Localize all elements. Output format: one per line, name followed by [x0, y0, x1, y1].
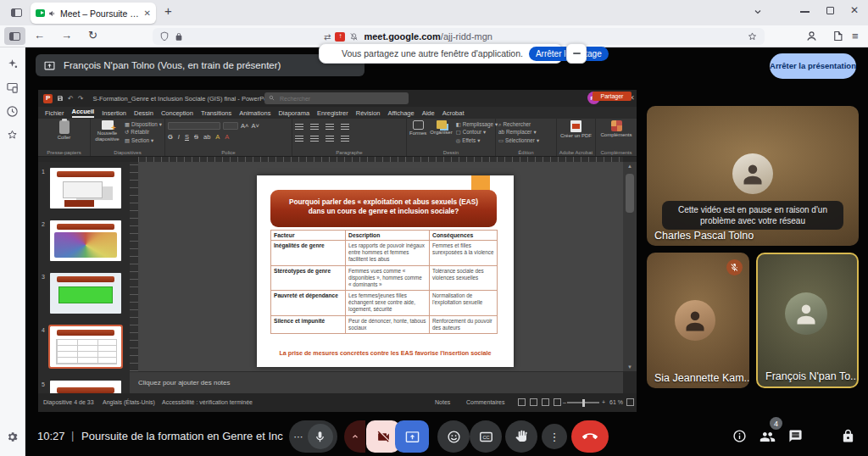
- shrink-font-icon[interactable]: A˅: [251, 122, 259, 130]
- bookmark-star-icon[interactable]: [747, 31, 758, 42]
- fit-to-window-icon[interactable]: [626, 398, 634, 406]
- sidebar-toggle-button[interactable]: [4, 27, 25, 45]
- ppt-vertical-scrollbar[interactable]: ▲ ▼: [623, 162, 637, 371]
- bold-button[interactable]: G: [168, 133, 173, 141]
- bullets-icon[interactable]: [295, 123, 303, 130]
- zoom-out-icon[interactable]: –: [563, 399, 566, 405]
- new-tab-button[interactable]: +: [164, 3, 172, 18]
- italic-button[interactable]: I: [178, 133, 180, 141]
- paste-button[interactable]: Coller: [41, 120, 87, 141]
- section-button[interactable]: ▤ Section ▾: [125, 136, 162, 144]
- window-maximize-button[interactable]: [826, 7, 834, 14]
- more-options-button[interactable]: ⋮: [542, 424, 567, 449]
- line-spacing-icon[interactable]: [341, 123, 349, 130]
- accessibility-status[interactable]: Accessibilité : vérification terminée: [162, 399, 253, 405]
- align-left-icon[interactable]: [295, 135, 303, 142]
- ppt-tab-conception[interactable]: Conception: [161, 109, 193, 117]
- account-icon[interactable]: [805, 30, 818, 42]
- meeting-info-icon[interactable]: [732, 429, 747, 443]
- end-call-button[interactable]: [571, 420, 609, 453]
- font-size-select[interactable]: [223, 122, 238, 130]
- slide-thumbnail-1[interactable]: [50, 168, 121, 209]
- align-center-icon[interactable]: [310, 135, 319, 142]
- people-icon[interactable]: [760, 429, 776, 445]
- slide-thumbnail-4[interactable]: [50, 326, 121, 367]
- highlight-color-button[interactable]: A: [225, 133, 229, 141]
- slide-thumbnail-5[interactable]: [50, 381, 121, 393]
- ppt-tab-diaporama[interactable]: Diaporama: [278, 109, 309, 117]
- language-status[interactable]: Anglais (États-Unis): [103, 399, 155, 405]
- mic-options-icon[interactable]: ⋯: [294, 431, 304, 442]
- shape-fill-button[interactable]: ◧ Remplissage ▾: [456, 120, 498, 128]
- new-slide-button[interactable]: Nouvelle diapositive: [93, 120, 121, 147]
- slideshow-view-icon[interactable]: [554, 398, 561, 406]
- hide-toast-button[interactable]: [566, 43, 587, 64]
- scrollbar-thumb[interactable]: [626, 174, 634, 213]
- ppt-tab-dessin[interactable]: Dessin: [134, 109, 153, 117]
- slide-sorter-view-icon[interactable]: [530, 398, 537, 406]
- ppt-tab-acrobat[interactable]: Acrobat: [442, 109, 465, 117]
- indent-icon[interactable]: [326, 123, 334, 130]
- create-pdf-button[interactable]: Créer un PDF: [559, 120, 593, 139]
- stop-presentation-button[interactable]: Arrêter la présentation: [770, 53, 856, 79]
- save-icon[interactable]: [57, 95, 64, 102]
- ppt-tab-révision[interactable]: Révision: [356, 109, 381, 117]
- url-bar[interactable]: ⇄ ↑ meet.google.com/ajj-ridd-mgn: [153, 28, 765, 45]
- reset-button[interactable]: ↺ Rétablir: [125, 128, 162, 136]
- chat-icon[interactable]: [788, 429, 803, 443]
- host-controls-lock-icon[interactable]: [841, 429, 855, 443]
- font-name-select[interactable]: [168, 122, 220, 130]
- justify-icon[interactable]: [341, 135, 349, 142]
- captions-button[interactable]: CC: [470, 420, 502, 453]
- firefox-view-button[interactable]: [6, 4, 26, 21]
- ppt-tab-insertion[interactable]: Insertion: [102, 109, 126, 117]
- replace-button[interactable]: ab Remplacer ▾: [498, 128, 554, 136]
- scroll-up-icon[interactable]: ▲: [623, 164, 637, 169]
- reload-button[interactable]: ↻: [88, 29, 97, 42]
- window-minimize-button[interactable]: [800, 11, 810, 13]
- menu-button[interactable]: ≡: [852, 30, 859, 42]
- zoom-in-icon[interactable]: +: [602, 399, 605, 405]
- participant-tile-francois[interactable]: François N'pan To...: [756, 253, 859, 388]
- notes-toggle[interactable]: Notes: [435, 399, 450, 405]
- browser-tab[interactable]: Meet – Poursuite de la form ✕: [31, 3, 156, 24]
- shield-icon[interactable]: [159, 31, 170, 42]
- lock-icon[interactable]: [175, 32, 183, 42]
- reactions-button[interactable]: [437, 420, 470, 453]
- ai-chatbot-icon[interactable]: [6, 58, 19, 70]
- tab-list-chevron-icon[interactable]: [753, 7, 763, 17]
- slide-thumbnail-3[interactable]: [50, 273, 121, 314]
- slide-canvas[interactable]: 4 Pourquoi parler des « exploitation et …: [257, 175, 514, 367]
- reading-view-icon[interactable]: [542, 398, 549, 406]
- font-color-button[interactable]: A: [215, 133, 220, 141]
- bookmarks-icon[interactable]: [6, 129, 19, 142]
- comments-toggle[interactable]: Commentaires: [466, 399, 505, 405]
- extensions-icon[interactable]: [832, 30, 844, 42]
- ppt-search-input[interactable]: [264, 92, 409, 104]
- window-close-button[interactable]: ✕: [850, 4, 859, 16]
- ppt-tab-fichier[interactable]: Fichier: [45, 109, 64, 117]
- slide-thumbnail-2[interactable]: [50, 220, 121, 261]
- screen-share-indicator-icon[interactable]: ↑: [335, 32, 345, 42]
- ppt-tab-aide[interactable]: Aide: [422, 109, 435, 117]
- present-screen-button[interactable]: [395, 420, 429, 453]
- character-spacing-icon[interactable]: ab: [203, 133, 210, 141]
- numbering-icon[interactable]: [310, 123, 319, 130]
- align-right-icon[interactable]: [326, 135, 334, 142]
- forward-button[interactable]: →: [61, 29, 72, 42]
- underline-button[interactable]: S: [185, 133, 189, 141]
- arrange-button[interactable]: Organiser: [430, 120, 452, 147]
- mic-button[interactable]: ⋯: [289, 420, 337, 453]
- zoom-level[interactable]: 61 %: [609, 399, 623, 405]
- notes-pane[interactable]: Cliquez pour ajouter des notes: [130, 371, 623, 393]
- participant-tile-sia[interactable]: Sia Jeannette Kam...: [647, 253, 749, 388]
- redo-icon[interactable]: ↷: [78, 95, 84, 103]
- shapes-button[interactable]: Formes: [409, 120, 426, 147]
- tab-swap-icon[interactable]: ⇄: [324, 32, 331, 42]
- participant-tile-charles[interactable]: Cette vidéo est en pause en raison d'un …: [647, 106, 859, 246]
- tab-close-icon[interactable]: ✕: [144, 8, 151, 18]
- synced-tabs-icon[interactable]: [6, 81, 19, 94]
- grow-font-icon[interactable]: A˄: [241, 122, 248, 130]
- ppt-tab-enregistrer[interactable]: Enregistrer: [317, 109, 348, 117]
- undo-icon[interactable]: ↶: [68, 95, 74, 103]
